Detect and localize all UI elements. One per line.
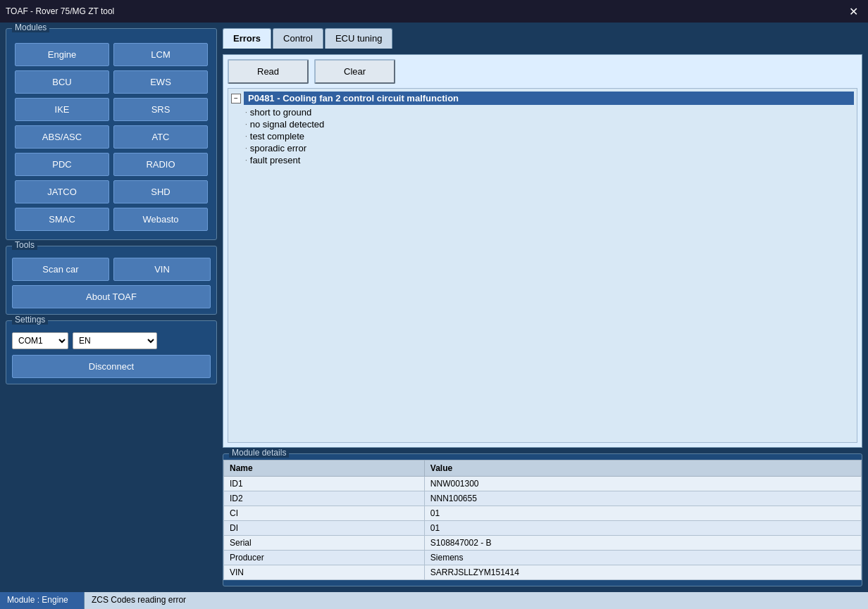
module-btn-abs-asc[interactable]: ABS/ASC (15, 125, 109, 149)
error-child-label: short to ground (250, 107, 311, 118)
left-panel: Modules EngineLCMBCUEWSIKESRSABS/ASCATCP… (6, 28, 217, 586)
module-btn-engine[interactable]: Engine (15, 43, 109, 66)
right-panel: ErrorsControlECU tuning Read Clear −P048… (223, 28, 862, 586)
error-title[interactable]: P0481 - Cooling fan 2 control circuit ma… (244, 92, 854, 105)
lang-select[interactable]: ENDEFRES (73, 332, 157, 349)
bullet-icon: · (245, 132, 247, 140)
scan-car-button[interactable]: Scan car (12, 258, 109, 281)
col-value: Value (424, 460, 861, 477)
tab-ecu-tuning[interactable]: ECU tuning (325, 28, 392, 49)
vin-button[interactable]: VIN (113, 258, 211, 281)
detail-name: Producer (224, 551, 425, 565)
error-child-label: sporadic error (250, 143, 306, 153)
module-btn-lcm[interactable]: LCM (113, 43, 208, 66)
error-item-main: −P0481 - Cooling fan 2 control circuit m… (231, 92, 854, 105)
detail-value: NNN100655 (424, 491, 861, 506)
action-buttons: Read Clear (228, 59, 857, 84)
detail-name: ID1 (224, 477, 425, 491)
settings-row: COM1COM2COM3COM4 ENDEFRES (12, 332, 211, 349)
detail-value: NNW001300 (424, 477, 861, 491)
module-btn-webasto[interactable]: Webasto (113, 208, 208, 231)
table-row: ID2NNN100655 (224, 491, 862, 506)
error-child-item: ·fault present (245, 154, 854, 166)
module-btn-shd[interactable]: SHD (113, 180, 208, 203)
module-btn-atc[interactable]: ATC (113, 125, 208, 149)
module-btn-srs[interactable]: SRS (113, 98, 208, 121)
disconnect-button[interactable]: Disconnect (12, 355, 211, 378)
settings-group-label: Settings (12, 315, 48, 325)
tools-group-label: Tools (12, 240, 37, 250)
tab-errors[interactable]: Errors (223, 28, 271, 49)
error-item: −P0481 - Cooling fan 2 control circuit m… (231, 92, 854, 166)
tools-grid: Scan car VIN (12, 258, 211, 281)
module-details-label: Module details (229, 448, 289, 458)
status-bar: Module : Engine ZCS Codes reading error (0, 592, 868, 609)
about-button[interactable]: About TOAF (12, 285, 211, 308)
module-btn-smac[interactable]: SMAC (15, 208, 109, 231)
status-message: ZCS Codes reading error (85, 592, 868, 609)
module-btn-radio[interactable]: RADIO (113, 153, 208, 176)
bullet-icon: · (245, 144, 247, 152)
bullet-icon: · (245, 108, 247, 116)
error-child-label: test complete (250, 131, 304, 142)
bullet-icon: · (245, 120, 247, 128)
table-row: SerialS108847002 - B (224, 536, 862, 551)
window-title: TOAF - Rover 75/MG ZT tool (6, 6, 114, 16)
tab-control[interactable]: Control (273, 28, 323, 49)
detail-name: Serial (224, 536, 425, 551)
detail-value: S108847002 - B (424, 536, 861, 551)
bullet-icon: · (245, 156, 247, 164)
modules-grid: EngineLCMBCUEWSIKESRSABS/ASCATCPDCRADIOJ… (12, 40, 211, 234)
detail-value: Siemens (424, 551, 861, 565)
detail-value: 01 (424, 506, 861, 521)
error-child-label: fault present (250, 155, 301, 165)
detail-value: SARRJSLLZYM151414 (424, 565, 861, 580)
settings-group: Settings COM1COM2COM3COM4 ENDEFRES Disco… (6, 320, 217, 384)
tabs-container: ErrorsControlECU tuning (223, 28, 862, 49)
module-btn-bcu[interactable]: BCU (15, 70, 109, 94)
errors-panel: Read Clear −P0481 - Cooling fan 2 contro… (223, 54, 862, 448)
error-child-label: no signal detected (250, 119, 325, 130)
modules-group: Modules EngineLCMBCUEWSIKESRSABS/ASCATCP… (6, 28, 217, 240)
com-select[interactable]: COM1COM2COM3COM4 (12, 332, 68, 349)
module-details-panel: Module details Name Value ID1NNW001300ID… (223, 453, 862, 586)
main-content: Modules EngineLCMBCUEWSIKESRSABS/ASCATCP… (0, 23, 868, 592)
module-btn-pdc[interactable]: PDC (15, 153, 109, 176)
status-module-label: Module : Engine (0, 592, 85, 609)
error-children: ·short to ground·no signal detected·test… (231, 106, 854, 166)
tools-group: Tools Scan car VIN About TOAF (6, 246, 217, 315)
error-child-item: ·no signal detected (245, 118, 854, 130)
error-child-item: ·test complete (245, 130, 854, 142)
detail-value: 01 (424, 521, 861, 536)
read-button[interactable]: Read (228, 59, 309, 84)
collapse-button[interactable]: − (231, 94, 241, 103)
detail-name: VIN (224, 565, 425, 580)
error-tree: −P0481 - Cooling fan 2 control circuit m… (228, 88, 857, 443)
title-bar: TOAF - Rover 75/MG ZT tool ✕ (0, 0, 868, 23)
detail-name: DI (224, 521, 425, 536)
table-row: ProducerSiemens (224, 551, 862, 565)
detail-name: CI (224, 506, 425, 521)
table-row: CI01 (224, 506, 862, 521)
detail-name: ID2 (224, 491, 425, 506)
clear-button[interactable]: Clear (314, 59, 395, 84)
table-row: ID1NNW001300 (224, 477, 862, 491)
close-button[interactable]: ✕ (845, 4, 862, 20)
table-row: DI01 (224, 521, 862, 536)
module-btn-ews[interactable]: EWS (113, 70, 208, 94)
error-child-item: ·sporadic error (245, 142, 854, 154)
col-name: Name (224, 460, 425, 477)
module-btn-ike[interactable]: IKE (15, 98, 109, 121)
details-table: Name Value ID1NNW001300ID2NNN100655CI01D… (223, 460, 862, 580)
module-btn-jatco[interactable]: JATCO (15, 180, 109, 203)
table-row: VINSARRJSLLZYM151414 (224, 565, 862, 580)
error-child-item: ·short to ground (245, 106, 854, 118)
modules-group-label: Modules (12, 23, 49, 32)
